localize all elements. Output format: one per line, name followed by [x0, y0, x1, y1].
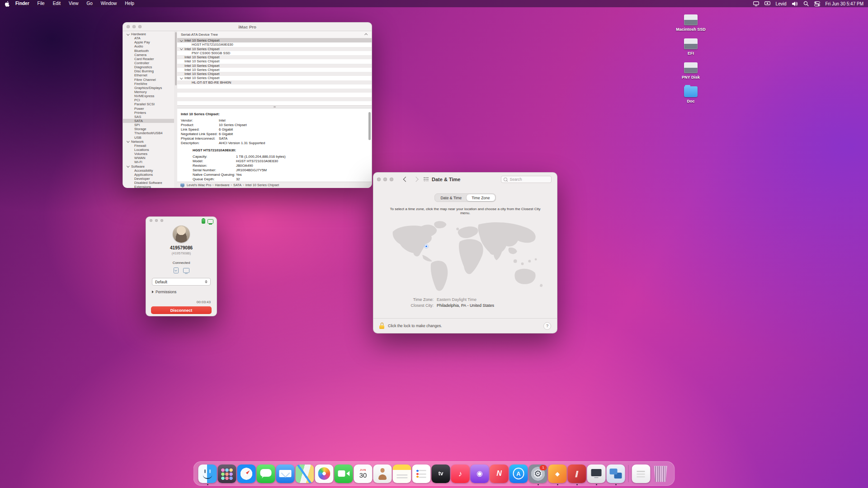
disconnect-button[interactable]: Disconnect	[151, 306, 212, 314]
device-row[interactable]	[177, 101, 372, 105]
sidebar-item[interactable]: Audio	[123, 44, 174, 48]
show-all-grid-icon[interactable]	[424, 177, 429, 182]
dock-item-calendar[interactable]: JUN 30	[354, 465, 373, 483]
sort-chevron-icon[interactable]	[364, 33, 368, 37]
sidebar-item[interactable]: Diagnostics	[123, 65, 174, 69]
sidebar-item[interactable]: Firewall	[123, 144, 174, 148]
menu-item[interactable]: Edit	[49, 0, 65, 7]
sidebar-item[interactable]: Bluetooth	[123, 49, 174, 53]
menu-item[interactable]: Window	[97, 0, 121, 7]
device-row[interactable]: HL-DT-ST BD-RE BH40N	[177, 80, 372, 84]
forward-button[interactable]	[413, 177, 418, 182]
sidebar-item[interactable]: Software	[123, 164, 174, 169]
device-row[interactable]: Intel 10 Series Chipset	[177, 68, 372, 72]
shared-clipboard-icon[interactable]	[183, 268, 189, 273]
spotlight-search-icon[interactable]	[803, 1, 809, 6]
time-zone-map[interactable]	[382, 218, 548, 295]
device-row[interactable]	[177, 93, 372, 97]
apple-menu[interactable]	[5, 1, 9, 7]
sidebar-item[interactable]: Printers	[123, 111, 174, 115]
desktop-icon-efi[interactable]: EFI	[684, 38, 698, 56]
device-row[interactable]: PNY CS900 500GB SSD	[177, 51, 372, 55]
dock-item-maps[interactable]	[296, 465, 314, 483]
sysinfo-titlebar[interactable]: iMac Pro	[123, 23, 372, 31]
field-value[interactable]: Eastern Daylight Time	[437, 297, 476, 302]
sidebar-item[interactable]: Locations	[123, 148, 174, 152]
dock-item-red-diamond-app[interactable]: ∥	[568, 465, 586, 483]
dock-item-facetime[interactable]	[335, 465, 353, 483]
dock-item-news[interactable]: N	[490, 465, 509, 483]
date-time-titlebar[interactable]: Date & Time	[373, 173, 557, 186]
sidebar-item[interactable]: Applications	[123, 173, 174, 177]
dock-item-contacts[interactable]	[373, 465, 392, 483]
menu-item[interactable]: View	[65, 0, 83, 7]
sidebar-item[interactable]: WWAN	[123, 156, 174, 160]
dock-item-mail[interactable]	[276, 465, 295, 483]
sidebar-item[interactable]: Wi-Fi	[123, 160, 174, 164]
sidebar-item[interactable]: Controller	[123, 61, 174, 65]
dock-item-orange-diamond-app[interactable]: ◆	[548, 465, 567, 483]
breadcrumb-item[interactable]: Levid's iMac Pro	[187, 183, 211, 187]
tree-header[interactable]: Serial-ATA Device Tree	[177, 31, 372, 38]
sidebar-item[interactable]: Accessibility	[123, 169, 174, 173]
dock-item-photos[interactable]	[315, 465, 334, 483]
close-button[interactable]	[377, 178, 381, 181]
sidebar-item[interactable]: Extensions	[123, 185, 174, 188]
dock-item-reminders[interactable]	[412, 465, 431, 483]
minimize-button[interactable]	[383, 178, 387, 181]
control-center-icon[interactable]	[814, 1, 820, 6]
splitter-grip[interactable]	[274, 106, 276, 108]
search-field[interactable]	[501, 176, 552, 183]
breadcrumb-item[interactable]: Hardware	[211, 183, 230, 187]
help-button[interactable]: ?	[543, 322, 551, 330]
sidebar-item[interactable]: Thunderbolt/USB4	[123, 131, 174, 135]
sidebar-item[interactable]: Graphics/Displays	[123, 86, 174, 90]
dock-item-finder[interactable]	[198, 465, 217, 483]
dock-item-system-information[interactable]	[587, 465, 606, 483]
sidebar-item[interactable]: Camera	[123, 53, 174, 57]
sidebar-item[interactable]: Memory	[123, 90, 174, 94]
menu-clock[interactable]: Fri Jun 30 5:47 PM	[826, 1, 863, 6]
volume-icon[interactable]	[792, 1, 798, 6]
dock-item-podcasts[interactable]: ◉	[471, 465, 489, 483]
sidebar-item[interactable]: Apple Pay	[123, 40, 174, 44]
menu-item[interactable]: Go	[82, 0, 96, 7]
breadcrumb-item[interactable]: Intel 10 Series Chipset	[241, 183, 279, 187]
device-row[interactable]: Intel 10 Series Chipset	[177, 64, 372, 68]
file-transfer-icon[interactable]	[174, 267, 179, 273]
lock-icon[interactable]	[379, 323, 384, 329]
device-row[interactable]: Intel 10 Series Chipset	[177, 38, 372, 42]
search-input[interactable]	[509, 177, 547, 182]
dock-item-app-store[interactable]: A	[509, 465, 528, 483]
device-row[interactable]: Intel 10 Series Chipset	[177, 47, 372, 51]
sidebar-item[interactable]: FireWire	[123, 82, 174, 86]
sidebar-item[interactable]: Volumes	[123, 152, 174, 156]
dock-item-document[interactable]	[632, 465, 651, 483]
close-button[interactable]	[127, 25, 130, 28]
device-row[interactable]: Intel 10 Series Chipset	[177, 55, 372, 59]
display-status-icon[interactable]	[764, 1, 770, 6]
sidebar-item[interactable]: NVMExpress	[123, 94, 174, 98]
zoom-button[interactable]	[160, 219, 163, 222]
desktop-icon-macintosh-ssd[interactable]: Macintosh SSD	[676, 14, 706, 32]
field-value[interactable]: Philadelphia, PA - United States	[437, 303, 494, 308]
sidebar-item[interactable]: Ethernet	[123, 73, 174, 77]
minimize-button[interactable]	[132, 25, 136, 28]
sidebar-item[interactable]: SATA	[123, 119, 174, 123]
screen-sharing-status-icon[interactable]	[753, 1, 759, 6]
dock-item-tv[interactable]: tv	[432, 465, 450, 483]
pane-splitter[interactable]	[177, 105, 372, 108]
sidebar-item[interactable]: Storage	[123, 127, 174, 131]
menu-app-name[interactable]: Finder	[11, 0, 33, 7]
permissions-disclosure[interactable]: Permissions	[152, 290, 211, 294]
minimize-button[interactable]	[155, 219, 158, 222]
device-row[interactable]: Intel 10 Series Chipset	[177, 59, 372, 63]
shared-display-icon[interactable]	[208, 219, 213, 224]
sidebar-item[interactable]: Fibre Channel	[123, 78, 174, 82]
device-row[interactable]	[177, 97, 372, 101]
sidebar-item[interactable]: Network	[123, 140, 174, 144]
sidebar-item[interactable]: Disabled Software	[123, 181, 174, 185]
dock-item-trash[interactable]	[651, 465, 670, 483]
menu-item[interactable]: Help	[121, 0, 138, 7]
sidebar-item[interactable]: Card Reader	[123, 57, 174, 61]
